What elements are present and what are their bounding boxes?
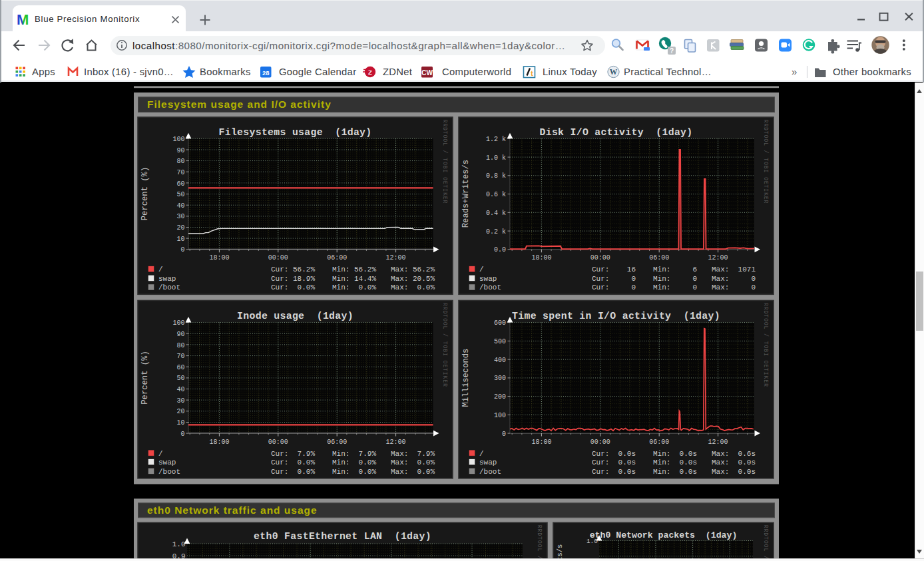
svg-text:Z: Z xyxy=(368,69,372,76)
svg-text:1.0 k: 1.0 k xyxy=(486,154,506,162)
svg-text:Min: 7.9%: Min: 7.9% xyxy=(332,450,376,458)
svg-text:60: 60 xyxy=(176,180,184,188)
svg-text:Max: 0: Max: 0 xyxy=(712,283,756,291)
svg-text:ZDNet: ZDNet xyxy=(383,67,412,77)
svg-text:Min: 0.0s: Min: 0.0s xyxy=(653,450,697,458)
svg-text:80: 80 xyxy=(176,342,184,349)
svg-text:RRDTOOL / TOBI OETIKER: RRDTOOL / TOBI OETIKER xyxy=(442,303,448,387)
svg-text:100: 100 xyxy=(172,136,184,143)
svg-text:eth0 Network packets (1day): eth0 Network packets (1day) xyxy=(590,530,738,540)
svg-text:90: 90 xyxy=(176,147,184,154)
svg-text:/boot: /boot xyxy=(479,283,501,291)
svg-text:Cur: 0.0s: Cur: 0.0s xyxy=(592,450,636,458)
svg-text:400: 400 xyxy=(494,357,506,364)
svg-text:06:00: 06:00 xyxy=(649,439,669,446)
svg-text:Cur: 7.9%: Cur: 7.9% xyxy=(271,450,315,458)
svg-text:Min: 0: Min: 0 xyxy=(653,275,697,283)
svg-text:Max: 0.0%: Max: 0.0% xyxy=(391,283,435,291)
svg-text:20: 20 xyxy=(176,224,184,232)
svg-text:100: 100 xyxy=(494,412,506,419)
svg-text:RRDTOOL / TOBI OETIKER: RRDTOOL / TOBI OETIKER xyxy=(763,525,769,561)
svg-text:Max: 0.0%: Max: 0.0% xyxy=(391,468,435,476)
svg-text:Practical Technol…: Practical Technol… xyxy=(624,67,712,77)
svg-text:12:00: 12:00 xyxy=(386,254,406,262)
svg-text:Max: 0.0s: Max: 0.0s xyxy=(712,468,756,476)
svg-text:Google Calendar: Google Calendar xyxy=(279,67,356,77)
svg-text:swap: swap xyxy=(158,275,176,283)
svg-text:Max: 0.6s: Max: 0.6s xyxy=(712,450,756,458)
svg-text:0: 0 xyxy=(502,431,506,438)
svg-text:Min: 0.0s: Min: 0.0s xyxy=(653,468,697,476)
svg-text:Apps: Apps xyxy=(32,67,55,77)
svg-text:Cur: 0.0s: Cur: 0.0s xyxy=(592,468,636,476)
svg-text:RRDTOOL / TOBI OETIKER: RRDTOOL / TOBI OETIKER xyxy=(763,120,769,204)
svg-text:Cur: 56.2%: Cur: 56.2% xyxy=(271,266,315,274)
svg-text:300: 300 xyxy=(494,375,506,382)
svg-text:Cur: 0: Cur: 0 xyxy=(592,275,636,283)
svg-text:Disk I/O activity (1day): Disk I/O activity (1day) xyxy=(540,127,693,138)
svg-text:Min: 0.0%: Min: 0.0% xyxy=(332,468,376,476)
svg-text:Max: 0.0s: Max: 0.0s xyxy=(712,459,756,467)
svg-text:Max: 0: Max: 0 xyxy=(712,275,756,283)
svg-text:06:00: 06:00 xyxy=(327,439,347,446)
svg-text:12:00: 12:00 xyxy=(386,439,406,446)
svg-text:t: t xyxy=(531,69,533,77)
svg-text:100: 100 xyxy=(172,319,184,327)
svg-text:/boot: /boot xyxy=(158,283,180,291)
svg-text:Max: 0.0%: Max: 0.0% xyxy=(391,459,435,467)
svg-text:/boot: /boot xyxy=(158,468,180,476)
svg-text:Cur: 18.9%: Cur: 18.9% xyxy=(271,275,315,283)
svg-text:/: / xyxy=(479,450,484,458)
svg-text:18:00: 18:00 xyxy=(209,254,229,262)
svg-text:40: 40 xyxy=(176,386,184,393)
svg-text:Cur: 16: Cur: 16 xyxy=(592,266,636,274)
svg-text:70: 70 xyxy=(176,353,184,360)
svg-text:200: 200 xyxy=(494,393,506,401)
svg-text:10: 10 xyxy=(176,236,184,243)
svg-text:70: 70 xyxy=(176,169,184,176)
svg-text:06:00: 06:00 xyxy=(327,254,347,262)
svg-text:18:00: 18:00 xyxy=(209,439,229,446)
svg-text:eth0 FastEthernet LAN (1day): eth0 FastEthernet LAN (1day) xyxy=(254,531,431,542)
svg-text:Max: 7.9%: Max: 7.9% xyxy=(391,450,435,458)
svg-text:CW: CW xyxy=(421,69,433,77)
svg-text:Min: 0.0s: Min: 0.0s xyxy=(653,459,697,467)
svg-text:80: 80 xyxy=(176,158,184,165)
svg-text:0.4 k: 0.4 k xyxy=(486,210,506,217)
svg-text:30: 30 xyxy=(176,397,184,405)
svg-text:/boot: /boot xyxy=(479,468,501,476)
svg-text:18:00: 18:00 xyxy=(531,254,551,262)
svg-text:Min: 6: Min: 6 xyxy=(653,266,697,274)
svg-text:Min: 0: Min: 0 xyxy=(653,283,697,291)
svg-text:600: 600 xyxy=(494,319,506,327)
svg-text:Percent (%): Percent (%) xyxy=(140,167,150,220)
svg-text:0.6 k: 0.6 k xyxy=(486,191,506,198)
svg-text:06:00: 06:00 xyxy=(649,254,669,262)
svg-text:Min: 0.0%: Min: 0.0% xyxy=(332,283,376,291)
svg-text:swap: swap xyxy=(479,275,497,283)
svg-text:Blue Precision Monitorix: Blue Precision Monitorix xyxy=(35,14,140,24)
svg-text:1.0: 1.0 xyxy=(172,540,186,548)
svg-text:RRDTOOL / TOBI OETIKER: RRDTOOL / TOBI OETIKER xyxy=(537,525,543,561)
svg-text:Cur: 0.0s: Cur: 0.0s xyxy=(592,459,636,467)
svg-text:RRDTOOL / TOBI OETIKER: RRDTOOL / TOBI OETIKER xyxy=(442,120,448,204)
svg-text:eth0 Network traffic and usage: eth0 Network traffic and usage xyxy=(147,504,318,516)
svg-text:00:00: 00:00 xyxy=(268,254,288,262)
svg-text:Max: 20.5%: Max: 20.5% xyxy=(391,275,435,283)
svg-text:30: 30 xyxy=(176,213,184,220)
svg-text:M: M xyxy=(17,11,29,28)
svg-text:»: » xyxy=(792,66,797,77)
svg-text:Min: 14.4%: Min: 14.4% xyxy=(332,275,376,283)
svg-text:0.0: 0.0 xyxy=(494,246,506,254)
svg-text:1.2 k: 1.2 k xyxy=(486,136,506,143)
svg-text:swap: swap xyxy=(479,459,497,467)
svg-text:Max: 56.2%: Max: 56.2% xyxy=(391,266,435,274)
svg-text:Computerworld: Computerworld xyxy=(442,67,511,77)
svg-text:Reads+Writes/s: Reads+Writes/s xyxy=(461,160,471,228)
svg-text:Filesystem usage and I/O activ: Filesystem usage and I/O activity xyxy=(147,98,332,110)
svg-text:swap: swap xyxy=(158,459,176,467)
svg-text:Filesystems usage (1day): Filesystems usage (1day) xyxy=(219,127,372,138)
svg-text:0.8 k: 0.8 k xyxy=(486,172,506,180)
svg-text:/: / xyxy=(479,266,484,274)
svg-text:60: 60 xyxy=(176,364,184,371)
